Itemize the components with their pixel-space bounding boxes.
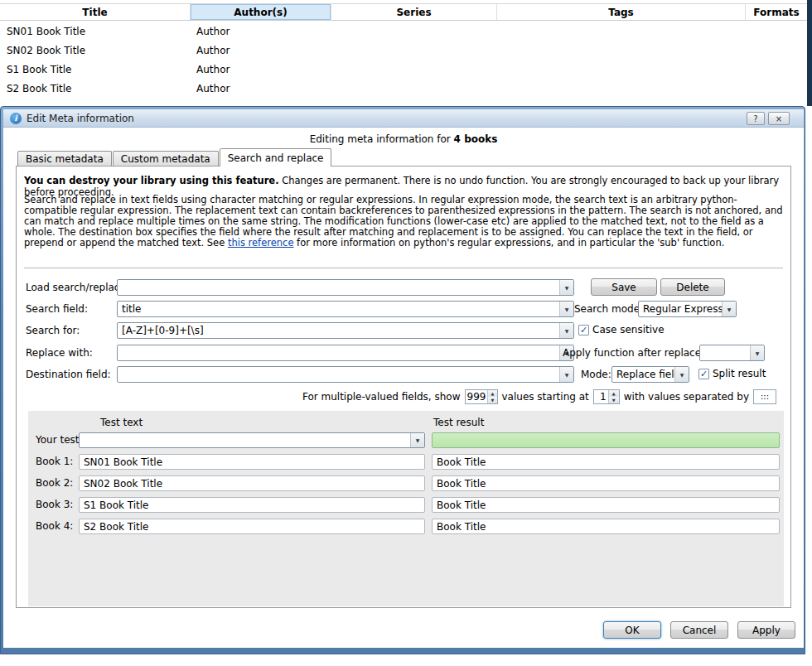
description-post: for more information on python's regular… [293, 237, 724, 249]
column-header-series[interactable]: Series [331, 4, 497, 20]
column-header-authors[interactable]: Author(s) [191, 4, 331, 20]
column-header-title[interactable]: Title [0, 4, 191, 20]
search-field-select[interactable]: title ▼ [117, 301, 574, 317]
delete-button[interactable]: Delete [660, 278, 725, 296]
tab-bar: Basic metadata Custom metadata Search an… [17, 148, 332, 166]
replace-with-label: Replace with: [26, 346, 93, 360]
heading-prefix: Editing meta information for [310, 133, 454, 145]
apply-function-label: Apply function after replace: [563, 346, 704, 360]
values-shown-spinner[interactable]: 999 ▲ ▼ [465, 389, 498, 404]
mode-label: Mode: [581, 368, 611, 382]
ok-button[interactable]: OK [603, 621, 661, 639]
tab-label: Basic metadata [26, 153, 104, 165]
tab-search-and-replace[interactable]: Search and replace [220, 148, 332, 166]
library-column-headers: Title Author(s) Series Tags Formats [0, 3, 807, 21]
your-test-label: Your test: [36, 434, 83, 446]
book-1-test-text[interactable]: SN01 Book Title [79, 454, 425, 470]
help-button[interactable]: ? [747, 112, 765, 125]
this-reference-link[interactable]: this reference [228, 237, 294, 249]
spinner-up-icon[interactable]: ▲ [488, 390, 496, 397]
chevron-down-icon: ▼ [750, 345, 764, 360]
multi-separator-label: with values separated by [624, 391, 749, 403]
column-header-formats[interactable]: Formats [746, 4, 807, 20]
chevron-down-icon: ▼ [722, 302, 736, 316]
close-icon: × [776, 114, 782, 123]
table-row[interactable]: SN02 Book Title Author [0, 41, 807, 60]
test-result-column-header: Test result [433, 417, 484, 428]
info-icon: i [10, 113, 22, 124]
load-search-replace-select[interactable]: ▼ [117, 279, 574, 296]
test-text-column-header: Test text [100, 417, 143, 428]
book-3-test-text[interactable]: S1 Book Title [79, 497, 425, 513]
spinner-up-icon[interactable]: ▲ [609, 390, 619, 397]
column-header-tags-label: Tags [608, 7, 633, 18]
search-field-label: Search field: [26, 302, 88, 316]
apply-function-select[interactable]: ▼ [699, 345, 765, 361]
column-header-tags[interactable]: Tags [497, 4, 746, 20]
dialog-title: Edit Meta information [27, 113, 134, 124]
load-search-replace-label: Load search/replace: [26, 281, 129, 295]
warning-bold: You can destroy your library using this … [24, 175, 279, 186]
separator-line [24, 268, 783, 268]
tab-label: Search and replace [228, 152, 324, 164]
column-header-formats-label: Formats [753, 7, 799, 18]
dialog-heading: Editing meta information for 4 books [1, 133, 806, 145]
spinner-down-icon[interactable]: ▼ [609, 397, 619, 403]
start-value: 1 [594, 390, 608, 403]
case-sensitive-checkbox[interactable]: ✓ [578, 325, 589, 335]
dialog-titlebar[interactable]: i Edit Meta information ? × [3, 109, 804, 128]
multi-start-label: values starting at [502, 391, 589, 403]
table-row[interactable]: S1 Book Title Author [0, 60, 807, 79]
search-for-value: [A-Z]+[0-9]+[\s] [118, 325, 559, 336]
book-4-test-text[interactable]: S2 Book Title [79, 519, 425, 534]
cell-title: S2 Book Title [0, 83, 191, 94]
mode-select[interactable]: Replace field ▼ [611, 366, 689, 383]
chevron-down-icon: ▼ [559, 280, 573, 295]
multi-show-label: For multiple-valued fields, show [302, 391, 461, 403]
destination-field-select[interactable]: ▼ [117, 366, 574, 383]
cell-author: Author [191, 26, 331, 37]
tab-custom-metadata[interactable]: Custom metadata [113, 151, 219, 166]
multiple-values-row: For multiple-valued fields, show 999 ▲ ▼… [302, 388, 776, 404]
start-value-spinner[interactable]: 1 ▲ ▼ [593, 389, 620, 404]
chevron-down-icon: ▼ [674, 367, 689, 382]
check-icon: ✓ [580, 326, 587, 335]
chevron-down-icon: ▼ [410, 433, 424, 447]
column-header-title-label: Title [82, 7, 107, 18]
search-mode-value: Regular Expression [639, 303, 722, 315]
cancel-button[interactable]: Cancel [670, 621, 728, 639]
chevron-down-icon: ▼ [559, 367, 573, 382]
save-button[interactable]: Save [591, 278, 657, 296]
tab-basic-metadata[interactable]: Basic metadata [17, 151, 112, 166]
search-mode-select[interactable]: Regular Expression ▼ [638, 301, 737, 317]
values-shown-value: 999 [466, 390, 488, 403]
book-2-test-text[interactable]: SN02 Book Title [79, 475, 425, 491]
cell-title: S1 Book Title [0, 64, 191, 75]
table-row[interactable]: SN01 Book Title Author [0, 22, 807, 41]
search-for-input[interactable]: [A-Z]+[0-9]+[\s] ▼ [117, 322, 574, 339]
spinner-down-icon[interactable]: ▼ [488, 397, 496, 403]
mode-value: Replace field [612, 369, 674, 380]
cell-author: Author [191, 83, 331, 94]
book-3-test-result: Book Title [432, 497, 780, 513]
separator-value-input[interactable]: ::: [753, 389, 776, 404]
column-header-authors-label: Author(s) [234, 7, 287, 18]
replace-with-input[interactable]: ▼ [117, 345, 574, 361]
cell-author: Author [191, 45, 331, 56]
your-test-input[interactable]: ▼ [79, 432, 425, 448]
split-result-label: Split result [713, 367, 766, 381]
destination-field-label: Destination field: [26, 368, 111, 382]
book-3-label: Book 3: [36, 499, 73, 510]
window-edge [807, 0, 812, 106]
tab-label: Custom metadata [121, 153, 210, 165]
table-row[interactable]: S2 Book Title Author [0, 79, 807, 98]
chevron-down-icon: ▼ [559, 323, 573, 338]
book-2-test-result: Book Title [432, 475, 780, 491]
apply-button[interactable]: Apply [737, 621, 795, 639]
chevron-down-icon: ▼ [559, 302, 573, 316]
cell-title: SN01 Book Title [0, 26, 191, 37]
split-result-checkbox[interactable]: ✓ [698, 369, 709, 379]
book-2-label: Book 2: [36, 477, 73, 489]
close-button[interactable]: × [768, 112, 790, 125]
heading-book-count: 4 books [454, 133, 498, 145]
